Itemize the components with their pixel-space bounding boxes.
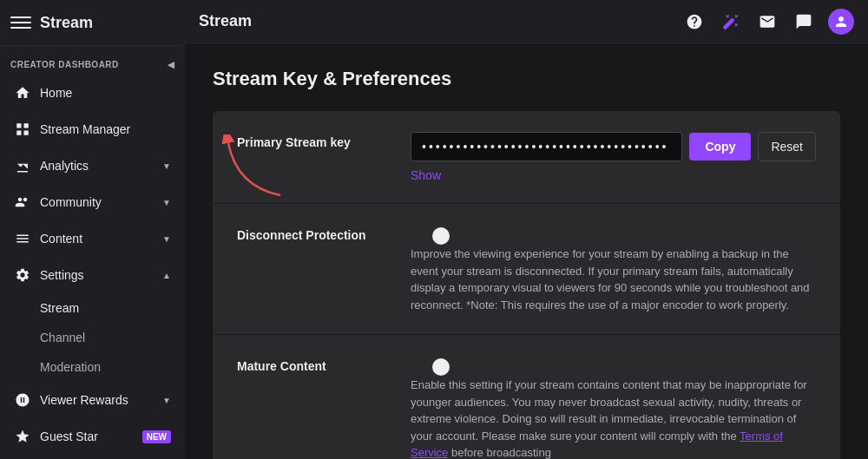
stream-key-label: Primary Stream key [237, 132, 411, 149]
guest-star-icon [14, 428, 31, 445]
disconnect-protection-row: Disconnect Protection Improve the viewin… [213, 204, 840, 335]
stream-key-input-row: Copy Reset [411, 132, 816, 161]
sidebar-item-viewer-rewards[interactable]: Viewer Rewards ▼ [3, 383, 181, 417]
copy-button[interactable]: Copy [689, 133, 751, 161]
stream-manager-icon [14, 121, 31, 138]
svg-rect-3 [24, 131, 29, 135]
show-link[interactable]: Show [411, 168, 441, 182]
viewer-rewards-icon [14, 391, 31, 409]
sidebar-subitem-channel[interactable]: Channel [3, 324, 181, 351]
sidebar-subitem-stream-label: Stream [40, 301, 79, 315]
sidebar: Stream CREATOR DASHBOARD ◀ Home Stream M… [0, 0, 185, 459]
mature-content-description-end: before broadcasting [448, 446, 551, 459]
settings-icon [14, 266, 31, 284]
sidebar-item-stream-manager[interactable]: Stream Manager [3, 112, 181, 147]
disconnect-protection-label: Disconnect Protection [237, 225, 411, 242]
stream-key-input[interactable] [411, 132, 682, 161]
topbar-icons [682, 9, 854, 35]
sidebar-item-home-label: Home [40, 86, 171, 100]
page-title: Stream Key & Preferences [213, 68, 840, 90]
sidebar-item-community[interactable]: Community ▼ [3, 185, 181, 220]
analytics-icon [14, 157, 31, 174]
svg-rect-2 [16, 131, 21, 135]
sidebar-item-settings-label: Settings [40, 268, 154, 282]
collapse-icon[interactable]: ◀ [168, 60, 175, 69]
sidebar-item-settings[interactable]: Settings ▲ [3, 258, 181, 292]
stream-key-control: Copy Reset Show [411, 132, 816, 182]
svg-rect-0 [16, 123, 21, 128]
sidebar-subitem-stream[interactable]: Stream [3, 294, 181, 322]
settings-chevron-icon: ▲ [162, 271, 171, 280]
sidebar-item-home[interactable]: Home [3, 75, 181, 110]
sidebar-item-community-label: Community [40, 195, 154, 209]
topbar-title: Stream [199, 12, 672, 30]
sidebar-item-viewer-rewards-label: Viewer Rewards [40, 393, 154, 407]
community-chevron-icon: ▼ [162, 198, 171, 207]
sidebar-item-guest-star-label: Guest Star [40, 429, 128, 443]
sidebar-subitem-moderation-label: Moderation [40, 360, 101, 374]
mature-content-control: Enable this setting if your stream conta… [411, 356, 816, 459]
stream-key-row: Primary Stream key Copy Reset Show [213, 111, 840, 204]
sidebar-item-stream-manager-label: Stream Manager [40, 122, 171, 136]
avatar[interactable] [828, 9, 854, 35]
viewer-rewards-chevron-icon: ▼ [162, 396, 171, 405]
magic-icon[interactable] [719, 10, 743, 34]
sidebar-header: Stream [0, 0, 185, 46]
mature-content-row: Mature Content Enable this setting if yo… [213, 335, 840, 459]
topbar: Stream [185, 0, 868, 43]
menu-button[interactable] [10, 12, 31, 33]
settings-card: Primary Stream key Copy Reset Show Disco… [213, 111, 840, 459]
disconnect-protection-control: Improve the viewing experience for your … [411, 225, 816, 313]
sidebar-item-analytics[interactable]: Analytics ▼ [3, 148, 181, 183]
disconnect-protection-description: Improve the viewing experience for your … [411, 246, 816, 313]
new-badge: NEW [142, 430, 171, 443]
sidebar-item-analytics-label: Analytics [40, 159, 154, 173]
page-content: Stream Key & Preferences Primary Stream … [185, 43, 868, 459]
analytics-chevron-icon: ▼ [162, 161, 171, 171]
content-icon [14, 230, 31, 247]
sidebar-item-content[interactable]: Content ▼ [3, 221, 181, 256]
sidebar-subitem-channel-label: Channel [40, 331, 85, 344]
reset-button[interactable]: Reset [758, 132, 816, 161]
svg-rect-1 [24, 123, 29, 128]
sidebar-item-guest-star[interactable]: Guest Star NEW [3, 419, 181, 454]
sidebar-title: Stream [40, 14, 93, 32]
sidebar-subitem-moderation[interactable]: Moderation [3, 353, 181, 381]
main-content: Stream Stream Key & Preferences [185, 0, 868, 459]
help-icon[interactable] [682, 10, 707, 34]
mail-icon[interactable] [755, 10, 779, 34]
content-chevron-icon: ▼ [162, 234, 171, 244]
sidebar-item-content-label: Content [40, 232, 154, 246]
mature-content-label: Mature Content [237, 356, 411, 373]
chat-icon[interactable] [792, 10, 816, 34]
home-icon [14, 84, 31, 102]
sidebar-section-label: CREATOR DASHBOARD ◀ [0, 46, 185, 75]
community-icon [14, 193, 31, 211]
mature-content-description: Enable this setting if your stream conta… [411, 377, 816, 459]
